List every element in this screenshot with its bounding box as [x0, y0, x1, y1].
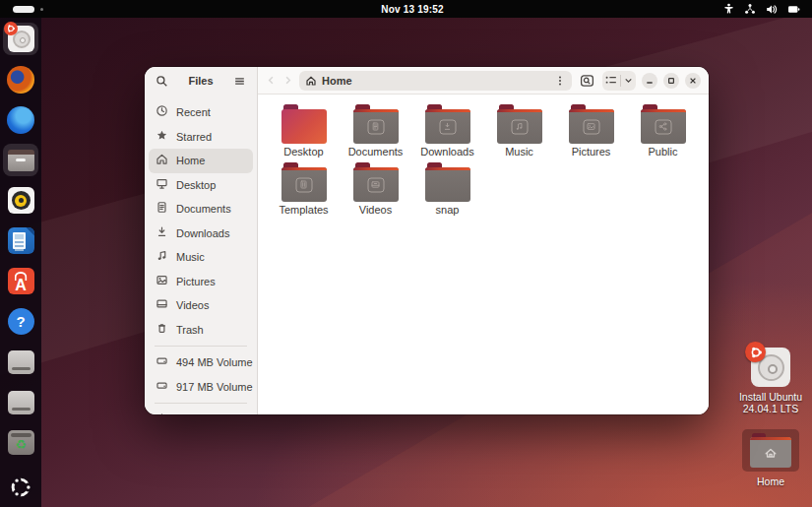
search-current-folder-button[interactable] — [578, 72, 596, 90]
template-emblem-icon — [295, 177, 312, 192]
dock-item-ubuntu-show-apps[interactable] — [3, 471, 38, 503]
minimize-button[interactable] — [642, 73, 657, 89]
search-button[interactable] — [154, 73, 170, 90]
sidebar-item-volume-2[interactable]: 917 MB Volume — [149, 375, 253, 400]
desktop-icon-label: Home — [757, 475, 784, 487]
drive-2-icon — [8, 391, 34, 414]
sidebar-item-pictures[interactable]: Pictures — [149, 270, 253, 294]
display-icon — [156, 176, 168, 194]
sidebar-item-starred[interactable]: Starred — [149, 125, 253, 150]
files-window: Files RecentStarredHomeDesktopDocumentsD… — [145, 67, 709, 414]
window-main: Home — [258, 67, 709, 414]
folder-pictures[interactable]: Pictures — [555, 104, 627, 162]
main-menu-button[interactable] — [231, 73, 248, 90]
sidebar-item-label: 494 MB Volume — [176, 356, 253, 368]
folder-documents[interactable]: Documents — [340, 104, 411, 162]
sidebar-item-label: Documents — [176, 203, 231, 215]
app-title: Files — [174, 75, 227, 87]
folder-label: snap — [436, 204, 460, 216]
sidebar-item-label: Recent — [176, 106, 211, 118]
folder-icon — [641, 104, 686, 144]
dock-item-libreoffice-writer[interactable] — [3, 224, 38, 257]
clock[interactable]: Nov 13 19:52 — [131, 4, 694, 15]
desktop-icon-label: Install Ubuntu24.04.1 LTS — [739, 391, 802, 414]
folder-music[interactable]: Music — [483, 104, 555, 162]
header-bar: Home — [258, 67, 709, 95]
sidebar-item-label: 917 MB Volume — [176, 381, 253, 393]
path-bar[interactable]: Home — [299, 71, 572, 91]
back-icon — [266, 75, 277, 86]
label-line: Install Ubuntu — [739, 391, 802, 403]
desktop-icon-install-ubuntu[interactable]: Install Ubuntu24.04.1 LTS — [733, 348, 808, 414]
system-status-area[interactable] — [694, 3, 812, 15]
folder-label: Documents — [348, 146, 404, 158]
folder-downloads[interactable]: Downloads — [411, 104, 483, 162]
sidebar-item-videos[interactable]: Videos — [149, 293, 253, 318]
app-center-icon: A — [8, 268, 34, 294]
dock-item-drive-2[interactable] — [3, 386, 38, 418]
star-icon — [156, 128, 168, 146]
document-emblem-icon — [367, 119, 384, 134]
maximize-button[interactable] — [663, 73, 679, 89]
dock-item-drive-1[interactable] — [3, 346, 38, 378]
dock-item-trash[interactable]: ♻ — [3, 426, 38, 459]
minimize-icon — [645, 76, 655, 86]
dock-item-firefox[interactable] — [3, 63, 38, 95]
sidebar-item-label: Videos — [176, 299, 209, 311]
view-options-dropdown[interactable] — [621, 73, 636, 88]
folder-icon — [353, 162, 399, 202]
accessibility-icon[interactable] — [723, 3, 734, 15]
folder-snap[interactable]: snap — [411, 162, 483, 221]
dock-item-files[interactable] — [3, 144, 38, 176]
forward-button[interactable] — [282, 72, 293, 90]
sidebar-item-home[interactable]: Home — [149, 149, 253, 173]
folder-desktop[interactable]: Desktop — [268, 104, 340, 162]
image-emblem-icon — [583, 119, 599, 134]
network-icon[interactable] — [744, 3, 756, 15]
ubuntu-show-apps-icon — [9, 475, 32, 499]
battery-icon[interactable] — [787, 4, 800, 15]
dock-item-app-center[interactable]: A — [3, 265, 38, 297]
files-icon — [8, 150, 34, 171]
list-view-button[interactable] — [602, 72, 620, 89]
sidebar-item-documents[interactable]: Documents — [149, 197, 253, 222]
folder-videos[interactable]: Videos — [340, 162, 411, 221]
workspace-indicator[interactable] — [13, 6, 131, 13]
close-button[interactable] — [685, 73, 701, 89]
sidebar-item-music[interactable]: Music — [149, 245, 253, 270]
music-emblem-icon — [511, 119, 528, 134]
volume-icon[interactable] — [766, 4, 778, 15]
sidebar-item-desktop[interactable]: Desktop — [149, 173, 253, 198]
dock-item-rhythmbox[interactable] — [3, 184, 38, 217]
back-button[interactable] — [266, 72, 277, 90]
sidebar-separator — [155, 346, 247, 347]
sidebar-item-other-locations[interactable]: Other Locations — [149, 408, 253, 414]
folder-public[interactable]: Public — [627, 104, 699, 162]
folder-icon — [353, 104, 399, 144]
list-view-icon — [604, 74, 618, 87]
music-icon — [156, 248, 168, 266]
sidebar-item-volume-1[interactable]: 494 MB Volume — [149, 350, 253, 375]
sidebar-item-downloads[interactable]: Downloads — [149, 222, 253, 246]
selection-plate — [742, 429, 799, 472]
dock-item-install-ubuntu[interactable] — [3, 23, 38, 55]
sidebar-item-trash[interactable]: Trash — [149, 318, 253, 343]
close-icon — [688, 76, 698, 86]
sidebar-header: Files — [145, 67, 257, 95]
folder-templates[interactable]: Templates — [268, 162, 340, 221]
dock-item-help[interactable]: ? — [3, 305, 38, 338]
sidebar-item-label: Trash — [176, 324, 204, 336]
dock: A?♻ — [0, 18, 41, 507]
home-icon — [305, 75, 317, 87]
kebab-menu-icon[interactable] — [554, 75, 566, 87]
dock-item-thunderbird[interactable] — [3, 103, 38, 136]
ubuntu-logo-badge — [745, 342, 766, 362]
video-icon — [156, 296, 168, 314]
desktop-icon-home[interactable]: Home — [733, 429, 808, 487]
folder-label: Public — [649, 146, 678, 158]
breadcrumb: Home — [322, 75, 352, 87]
folder-icon — [425, 162, 470, 202]
folder-body — [425, 167, 470, 202]
sidebar-item-recent[interactable]: Recent — [149, 100, 253, 125]
sidebar-item-label: Starred — [176, 131, 212, 143]
